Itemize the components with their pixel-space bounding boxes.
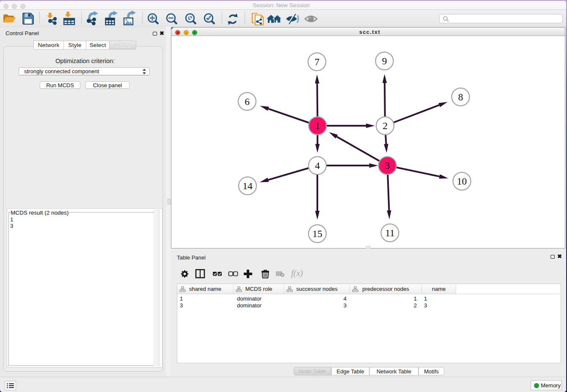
svg-text:10: 10: [457, 176, 467, 187]
svg-text:14: 14: [242, 180, 253, 191]
svg-text:11: 11: [385, 227, 395, 238]
svg-text:2: 2: [383, 120, 388, 131]
svg-text:4: 4: [315, 160, 320, 171]
svg-text:1: 1: [315, 120, 320, 131]
svg-text:15: 15: [312, 228, 322, 239]
svg-text:8: 8: [458, 91, 463, 102]
svg-text:3: 3: [385, 160, 390, 171]
svg-text:9: 9: [382, 55, 387, 66]
svg-text:7: 7: [314, 56, 319, 67]
svg-text:6: 6: [245, 96, 250, 107]
